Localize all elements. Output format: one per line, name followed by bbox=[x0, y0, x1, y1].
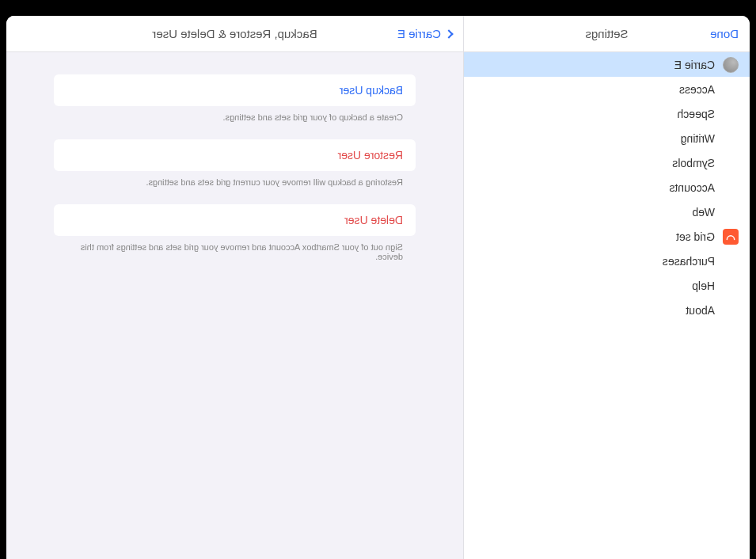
sidebar-item-about[interactable]: About bbox=[464, 298, 750, 322]
spacer bbox=[723, 155, 739, 171]
sidebar-item-label: Speech bbox=[475, 108, 715, 120]
sidebar-item-label: Access bbox=[475, 83, 715, 96]
spacer bbox=[723, 278, 739, 294]
sidebar-item-user[interactable]: Carrie E bbox=[464, 52, 750, 77]
sidebar-item-gridset[interactable]: Grid set bbox=[464, 224, 750, 249]
back-button[interactable]: Carrie E bbox=[397, 27, 452, 40]
sidebar-item-help[interactable]: Help bbox=[464, 273, 750, 298]
backup-desc: Create a backup of your grid sets and se… bbox=[54, 106, 416, 139]
spacer bbox=[723, 131, 739, 146]
sidebar-item-label: About bbox=[475, 304, 715, 317]
page-title: Backup, Restore & Delete User bbox=[6, 27, 463, 40]
spacer bbox=[723, 82, 739, 97]
content-body: Backup User Create a backup of your grid… bbox=[6, 52, 463, 301]
sidebar-item-speech[interactable]: Speech bbox=[464, 101, 750, 126]
sidebar-item-access[interactable]: Access bbox=[464, 77, 750, 101]
sidebar-item-label: Grid set bbox=[475, 230, 715, 243]
back-label: Carrie E bbox=[397, 27, 441, 40]
restore-desc: Restoring a backup will remove your curr… bbox=[54, 171, 416, 204]
sidebar-title: Settings bbox=[464, 27, 750, 40]
sidebar-user-label: Carrie E bbox=[475, 59, 715, 71]
sidebar-item-accounts[interactable]: Accounts bbox=[464, 175, 750, 200]
delete-user-button[interactable]: Delete User bbox=[54, 204, 416, 236]
content-header: Carrie E Backup, Restore & Delete User bbox=[6, 16, 463, 52]
sidebar-header: Done Settings bbox=[464, 16, 750, 52]
sidebar-item-label: Purchases bbox=[475, 255, 715, 268]
avatar bbox=[723, 57, 739, 73]
spacer bbox=[723, 302, 739, 318]
sidebar-item-label: Writing bbox=[475, 132, 715, 145]
backup-user-button[interactable]: Backup User bbox=[54, 74, 416, 106]
sidebar-item-writing[interactable]: Writing bbox=[464, 126, 750, 150]
delete-desc: Sign out of your Smartbox Account and re… bbox=[54, 236, 416, 279]
sidebar-item-symbols[interactable]: Symbols bbox=[464, 150, 750, 175]
spacer bbox=[723, 204, 739, 220]
done-button[interactable]: Done bbox=[710, 27, 739, 40]
sidebar-item-label: Web bbox=[475, 206, 715, 219]
sidebar-list: Carrie E Access Speech Writing Symbols A… bbox=[464, 52, 750, 322]
settings-sidebar: Done Settings Carrie E Access Speech Wri… bbox=[463, 16, 750, 559]
sidebar-item-purchases[interactable]: Purchases bbox=[464, 249, 750, 273]
gridset-icon bbox=[723, 229, 739, 245]
sidebar-item-label: Help bbox=[475, 280, 715, 292]
sidebar-item-label: Accounts bbox=[475, 181, 715, 194]
spacer bbox=[723, 106, 739, 122]
content-pane: Carrie E Backup, Restore & Delete User B… bbox=[6, 16, 463, 559]
chevron-left-icon bbox=[444, 29, 453, 38]
restore-user-button[interactable]: Restore User bbox=[54, 139, 416, 171]
spacer bbox=[723, 253, 739, 269]
sidebar-item-label: Symbols bbox=[475, 157, 715, 169]
spacer bbox=[723, 180, 739, 196]
sidebar-item-web[interactable]: Web bbox=[464, 200, 750, 224]
app-frame: Done Settings Carrie E Access Speech Wri… bbox=[6, 16, 750, 559]
